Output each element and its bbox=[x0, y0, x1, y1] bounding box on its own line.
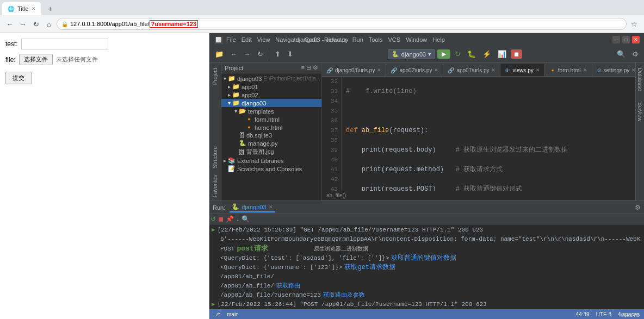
panel-filter-btn[interactable]: 🔍 bbox=[242, 215, 250, 223]
submit-button[interactable]: 提交 bbox=[5, 72, 32, 84]
panel-rerun-btn[interactable]: ↺ bbox=[210, 215, 216, 223]
menu-help[interactable]: Help bbox=[432, 36, 445, 43]
toolbar-vcs-update-btn[interactable]: ⬇ bbox=[285, 49, 295, 59]
toolbar-open-btn[interactable]: 📁 bbox=[213, 49, 226, 59]
panel-settings-icon[interactable]: ⚙ bbox=[635, 204, 641, 211]
profile-button[interactable]: 📊 bbox=[496, 49, 509, 59]
tree-item-home-html[interactable]: ▸ 🔸 home.html bbox=[221, 123, 321, 132]
tab-form-html[interactable]: 🔸 form.html ✕ bbox=[545, 64, 592, 76]
run-config-dropdown[interactable]: 🐍 django03 ▾ bbox=[388, 49, 435, 59]
menu-edit[interactable]: Edit bbox=[242, 36, 252, 43]
close-button[interactable]: ✕ bbox=[632, 36, 640, 43]
tree-item-root[interactable]: ▾ 📁 django03 E:\PythonProject1\dja... bbox=[221, 74, 321, 83]
tree-item-external-libs[interactable]: ▸ 📚 External Libraries bbox=[221, 157, 321, 165]
tab-bar: 🌐 Title ✕ + bbox=[0, 0, 644, 15]
forward-button[interactable]: → bbox=[17, 18, 28, 29]
home-button[interactable]: ⌂ bbox=[44, 18, 54, 29]
form-file-row: file: 选择文件 未选择任何文件 bbox=[5, 54, 203, 65]
choose-file-button[interactable]: 选择文件 bbox=[19, 54, 53, 65]
encoding: UTF-8 bbox=[596, 311, 611, 317]
ide-body: Project Structure Favorites Project ≡ ⊟ … bbox=[209, 62, 644, 319]
menu-vcs[interactable]: VCS bbox=[388, 36, 401, 43]
menu-run[interactable]: Run bbox=[352, 36, 363, 43]
code-line-35: print(request.body) # 获取原生浏览器发过来的二进制数据 bbox=[346, 145, 631, 155]
tab-close-urls1[interactable]: ✕ bbox=[377, 67, 381, 73]
debug-button[interactable]: 🐛 bbox=[465, 49, 478, 59]
collapse-icon[interactable]: ≡ bbox=[301, 64, 305, 71]
settings-panel-icon[interactable]: ⚙ bbox=[313, 64, 318, 71]
code-line-34: def ab_file(request): bbox=[346, 126, 631, 135]
ide-logo-icon: 🔲 bbox=[214, 35, 223, 44]
editor-area: 🔗 django03\urls.py ✕ 🔗 app02\urls.py ✕ bbox=[322, 62, 635, 201]
log-line-path2: /app01/ab_file/ 获取路由 bbox=[212, 282, 642, 291]
tab-close-views[interactable]: ✕ bbox=[536, 67, 540, 73]
maximize-button[interactable]: □ bbox=[622, 36, 630, 43]
menu-tools[interactable]: Tools bbox=[369, 36, 383, 43]
browser-address-bar-row: ← → ↻ ⌂ 🔒 127.0.0.1:8000/app01/ab_file/ … bbox=[0, 15, 644, 33]
tree-item-manage-py[interactable]: ▸ 🐍 manage.py bbox=[221, 139, 321, 147]
tab-app01-urls[interactable]: 🔗 app01\urls.py ✕ bbox=[443, 64, 500, 76]
line-numbers: 32 33 34 35 36 37 38 39 40 41 bbox=[322, 77, 342, 191]
reload-button[interactable]: ↻ bbox=[30, 18, 41, 29]
structure-tab[interactable]: Structure bbox=[211, 143, 219, 172]
run-button[interactable]: ▶ bbox=[437, 49, 450, 59]
project-panel-toggle[interactable]: Project bbox=[211, 65, 219, 88]
stop-button[interactable]: ◼ bbox=[511, 49, 522, 59]
back-button[interactable]: ← bbox=[4, 18, 15, 29]
database-tab[interactable]: Database bbox=[636, 65, 644, 95]
tab-close-settings[interactable]: ✕ bbox=[631, 67, 635, 73]
expand-icon[interactable]: ⊟ bbox=[306, 64, 311, 71]
rerun-button[interactable]: ↻ bbox=[453, 49, 463, 59]
test-input[interactable] bbox=[21, 39, 108, 49]
menu-view[interactable]: View bbox=[257, 36, 270, 43]
tree-item-scratches[interactable]: ▸ 📝 Scratches and Consoles bbox=[221, 165, 321, 173]
tree-item-django03[interactable]: ▾ 📁 django03 bbox=[221, 99, 321, 107]
log-line-1: ▶ [22/Feb/2022 15:26:39] "GET /app01/ab_… bbox=[212, 226, 642, 235]
tree-item-bg-jpg[interactable]: ▸ 🖼 背景图.jpg bbox=[221, 147, 321, 157]
panel-scroll-btn[interactable]: ↓ bbox=[236, 215, 239, 223]
run-tab-django03[interactable]: 🐍 django03 ✕ bbox=[230, 202, 275, 212]
tab-settings-py[interactable]: ⚙ settings.py ✕ bbox=[592, 64, 635, 76]
panel-pin-btn[interactable]: 📌 bbox=[226, 215, 234, 223]
file-none-text: 未选择任何文件 bbox=[56, 55, 98, 64]
address-bar[interactable]: 🔒 127.0.0.1:8000/app01/ab_file/ ?usernam… bbox=[57, 18, 627, 30]
run-config-icon: 🐍 bbox=[392, 51, 399, 58]
tab-django03-urls[interactable]: 🔗 django03\urls.py ✕ bbox=[322, 64, 386, 76]
tree-item-form-html[interactable]: ▸ 🔸 form.html bbox=[221, 115, 321, 123]
tab-app02-urls[interactable]: 🔗 app02\urls.py ✕ bbox=[386, 64, 443, 76]
sciview-tab[interactable]: SciView bbox=[636, 99, 644, 124]
browser-tab-active[interactable]: 🌐 Title ✕ bbox=[2, 2, 41, 15]
toolbar-refresh-btn[interactable]: ↻ bbox=[255, 49, 265, 59]
tree-item-templates[interactable]: ▾ 📂 templates bbox=[221, 107, 321, 115]
run-tab-close[interactable]: ✕ bbox=[269, 204, 273, 210]
code-content: # f.write(line) def ab_file(request): pr… bbox=[342, 77, 635, 191]
new-tab-button[interactable]: + bbox=[44, 2, 57, 15]
bookmark-button[interactable]: ☆ bbox=[629, 18, 640, 29]
toolbar-forward-btn[interactable]: → bbox=[242, 49, 253, 59]
ide-statusbar: ⎇ main 44:39 UTF-8 4 spaces ©51CTO bbox=[209, 309, 644, 319]
tab-close-form[interactable]: ✕ bbox=[583, 67, 587, 73]
search-everywhere-btn[interactable]: 🔍 bbox=[615, 49, 628, 59]
tab-close-icon[interactable]: ✕ bbox=[32, 6, 36, 11]
run-log-area[interactable]: ▶ [22/Feb/2022 15:26:39] "GET /app01/ab_… bbox=[209, 224, 644, 309]
tree-item-app02[interactable]: ▸ 📁 app02 bbox=[221, 91, 321, 99]
menu-file[interactable]: File bbox=[226, 36, 236, 43]
settings-btn[interactable]: ⚙ bbox=[630, 49, 641, 59]
toolbar-vcs-btn[interactable]: ⬆ bbox=[273, 49, 283, 59]
favorites-tab[interactable]: Favorites bbox=[211, 172, 219, 201]
minimize-button[interactable]: ─ bbox=[612, 36, 620, 43]
tree-item-db-sqlite3[interactable]: ▸ 🗄 db.sqlite3 bbox=[221, 132, 321, 139]
coverage-button[interactable]: ⚡ bbox=[480, 49, 493, 59]
panel-settings-btn[interactable]: ⚙ bbox=[635, 204, 641, 211]
menu-window[interactable]: Window bbox=[406, 36, 427, 43]
tree-item-app01[interactable]: ▸ 📁 app01 bbox=[221, 83, 321, 91]
test-label: test: bbox=[5, 40, 18, 48]
code-editor[interactable]: 32 33 34 35 36 37 38 39 40 41 bbox=[322, 77, 635, 191]
panel-stop-btn[interactable]: ◼ bbox=[218, 215, 224, 223]
log-line-path3: /app01/ab_file/?username=123 获取路由及参数 bbox=[212, 291, 642, 300]
tab-views-py[interactable]: 👁 views.py ✕ bbox=[500, 64, 544, 76]
tab-close-urls3[interactable]: ✕ bbox=[491, 67, 496, 73]
toolbar-back-btn[interactable]: ← bbox=[228, 49, 239, 59]
ide-title-text: django03 - views.py bbox=[295, 36, 348, 43]
tab-close-urls2[interactable]: ✕ bbox=[434, 67, 438, 73]
